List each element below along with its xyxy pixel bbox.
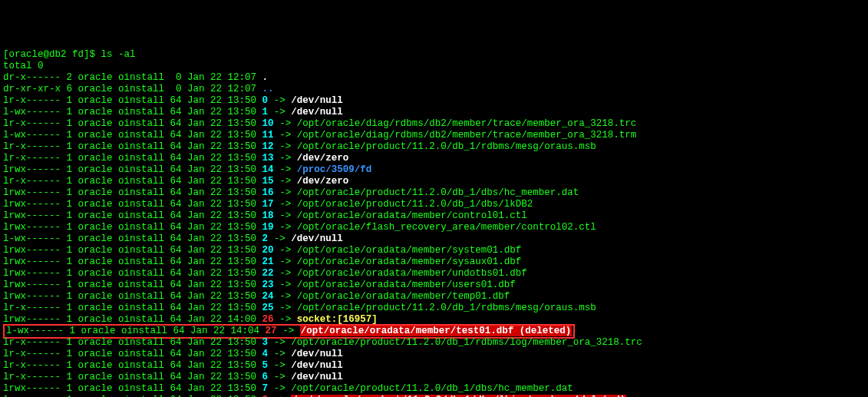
- arrow: ->: [268, 360, 291, 371]
- owner: oracle: [78, 107, 119, 117]
- link-target: /opt/oracle/product/11.2.0/db_1/dbs/hc_m…: [291, 383, 573, 394]
- date: Jan 22 13:50: [187, 164, 262, 175]
- file-name: 13: [262, 153, 274, 164]
- listing-row: lr-x------ 1 oracle oinstall 64 Jan 22 1…: [3, 360, 865, 372]
- date: Jan 22 13:50: [187, 141, 262, 152]
- file-name: 23: [262, 280, 274, 290]
- file-name: 3: [262, 337, 269, 348]
- owner: oracle: [78, 337, 119, 348]
- size: 64: [170, 372, 188, 382]
- date: Jan 22 13:50: [187, 245, 262, 256]
- group: oinstall: [118, 256, 170, 267]
- size: 64: [170, 118, 188, 129]
- listing-row: lr-x------ 1 oracle oinstall 64 Jan 22 1…: [3, 349, 865, 360]
- size: 0: [170, 72, 188, 83]
- link-target: /opt/oracle/product/11.2.0/db_1/dbs/hc_m…: [297, 187, 579, 198]
- owner: oracle: [78, 72, 119, 83]
- size: 64: [170, 233, 188, 244]
- file-name: 14: [262, 164, 274, 175]
- arrow: ->: [274, 268, 297, 279]
- links: 1: [67, 130, 78, 141]
- date: Jan 22 14:00: [187, 314, 262, 325]
- link-target: /opt/oracle/product/11.2.0/db_1/rdbms/lo…: [291, 337, 642, 348]
- arrow: ->: [268, 95, 291, 106]
- group: oinstall: [118, 72, 170, 83]
- links: 1: [67, 222, 78, 233]
- size: 64: [170, 314, 188, 325]
- size: 64: [170, 153, 188, 164]
- perm: lrwx------: [3, 268, 67, 279]
- group: oinstall: [118, 118, 170, 129]
- link-target: /dev/null: [291, 233, 343, 244]
- size: 0: [170, 84, 188, 94]
- listing-row: lr-x------ 1 oracle oinstall 64 Jan 22 1…: [3, 95, 865, 107]
- perm: l-wx------: [3, 107, 67, 117]
- links: 1: [67, 95, 78, 106]
- arrow: ->: [274, 280, 297, 290]
- file-name: 25: [262, 303, 274, 313]
- group: oinstall: [118, 291, 170, 302]
- date: Jan 22 13:50: [187, 210, 262, 221]
- listing-row: lr-x------ 1 oracle oinstall 64 Jan 22 1…: [3, 118, 865, 130]
- prompt-cwd: fd: [72, 49, 84, 60]
- perm: lrwx------: [3, 199, 67, 210]
- owner: oracle: [78, 153, 119, 164]
- total-text: total 0: [3, 61, 44, 71]
- listing-row: lr-x------ 1 oracle oinstall 64 Jan 22 1…: [3, 141, 865, 153]
- size: 64: [170, 176, 188, 187]
- link-target: /opt/oracle/oradata/member/test01.dbf (d…: [300, 326, 573, 336]
- listing-row: lr-x------ 1 oracle oinstall 64 Jan 22 1…: [3, 303, 865, 314]
- links: 1: [67, 383, 78, 394]
- arrow: ->: [274, 210, 297, 221]
- links: 1: [67, 164, 78, 175]
- file-name: 17: [262, 199, 274, 210]
- listing-row: lrwx------ 1 oracle oinstall 64 Jan 22 1…: [3, 210, 865, 222]
- date: Jan 22 13:50: [187, 233, 262, 244]
- terminal-output: [oracle@db2 fd]$ ls -altotal 0dr-x------…: [3, 49, 865, 397]
- link-target: /dev/null: [291, 107, 343, 117]
- date: Jan 22 13:50: [187, 349, 262, 359]
- size: 64: [170, 187, 188, 198]
- links: 1: [67, 314, 78, 325]
- perm: lr-x------: [3, 95, 67, 106]
- listing-row: dr-x------ 2 oracle oinstall 0 Jan 22 12…: [3, 72, 865, 84]
- size: 64: [170, 303, 188, 313]
- date: Jan 22 13:50: [187, 95, 262, 106]
- listing-row: lrwx------ 1 oracle oinstall 64 Jan 22 1…: [3, 199, 865, 210]
- owner: oracle: [78, 176, 119, 187]
- date: Jan 22 13:50: [187, 199, 262, 210]
- listing-row: lrwx------ 1 oracle oinstall 64 Jan 22 1…: [3, 291, 865, 303]
- prompt-bracket: [: [3, 49, 9, 60]
- prompt-bracket: ]$: [84, 49, 101, 60]
- listing-row: lr-x------ 1 oracle oinstall 64 Jan 22 1…: [3, 337, 865, 349]
- file-name: 18: [262, 210, 274, 221]
- owner: oracle: [78, 141, 119, 152]
- listing-row: lr-x------ 1 oracle oinstall 64 Jan 22 1…: [3, 176, 865, 187]
- file-name: 6: [262, 372, 269, 382]
- listing-row: l-wx------ 1 oracle oinstall 64 Jan 22 1…: [3, 233, 865, 245]
- owner: oracle: [78, 383, 119, 394]
- file-name: ..: [262, 84, 274, 94]
- size: 64: [170, 95, 188, 106]
- links: 6: [67, 84, 78, 94]
- perm: lrwx------: [3, 164, 67, 175]
- perm: lr-x------: [3, 303, 67, 313]
- arrow: ->: [274, 153, 297, 164]
- prompt-line: [oracle@db2 fd]$ ls -al: [3, 49, 865, 61]
- group: oinstall: [118, 130, 170, 141]
- links: 2: [67, 72, 78, 83]
- arrow: ->: [274, 256, 297, 267]
- file-name: 16: [262, 187, 274, 198]
- link-target: /opt/oracle/oradata/member/temp01.dbf: [297, 291, 510, 302]
- link-target: /dev/zero: [297, 176, 349, 187]
- group: oinstall: [118, 383, 170, 394]
- file-name: 15: [262, 176, 274, 187]
- perm: lrwx------: [3, 210, 67, 221]
- owner: oracle: [78, 303, 119, 313]
- listing-row: lrwx------ 1 oracle oinstall 64 Jan 22 1…: [3, 280, 865, 291]
- size: 64: [170, 360, 188, 371]
- size: 64: [170, 222, 188, 233]
- size: 64: [170, 291, 188, 302]
- owner: oracle: [81, 326, 122, 336]
- group: oinstall: [118, 337, 170, 348]
